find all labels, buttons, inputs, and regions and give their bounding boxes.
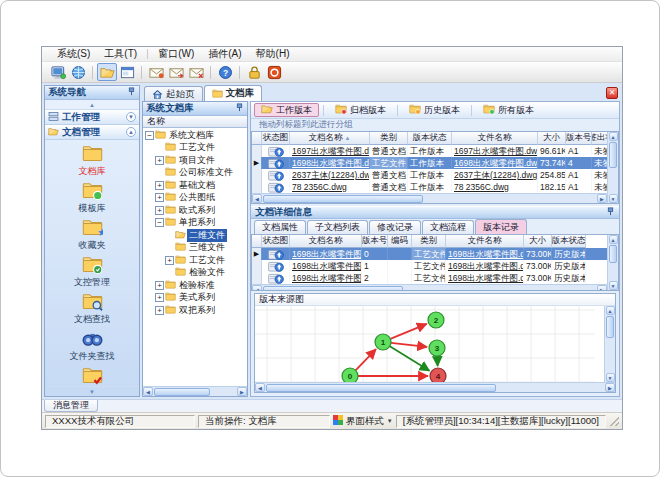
column-header-文档名称[interactable]: 文档名称▲ (290, 132, 370, 145)
table-row[interactable]: 1698出水嘴零件图.dwg1工艺文件1698出水嘴零件图.dwg73.00KB… (252, 260, 607, 272)
window-button[interactable] (117, 63, 137, 81)
sidebar-item-文件夹查找[interactable]: 文件夹查找 (48, 328, 136, 363)
expand-icon[interactable]: + (155, 156, 164, 165)
tree-node-工艺文件[interactable]: 工艺文件 (143, 142, 247, 155)
expand-icon[interactable]: + (155, 306, 164, 315)
mail-button[interactable] (146, 63, 166, 81)
resize-grip[interactable] (609, 416, 619, 426)
column-header-版本号[interactable]: 版本号 (566, 132, 592, 145)
ui-style-button[interactable]: 界面样式 ▼ (333, 415, 393, 428)
sidebar-item-文档查找[interactable]: 文档查找 (48, 291, 136, 326)
nav-scroll-up[interactable]: ▲ (45, 100, 139, 110)
sidebar-group-工作管理[interactable]: 工作管理▼ (45, 110, 139, 125)
close-icon[interactable]: ✕ (606, 87, 618, 99)
collapse-icon[interactable]: − (155, 218, 164, 227)
pin-icon[interactable] (127, 87, 136, 98)
document-table-hscrollbar[interactable]: ◀▶ (252, 193, 607, 203)
table-row[interactable]: 1698出水嘴零件图.dwg2工艺文件1698出水嘴零件图.dwg73.00KB… (252, 272, 607, 284)
version-table-vscrollbar[interactable]: ▲▼ (607, 235, 618, 290)
tree-node-二维文件[interactable]: 二维文件 (143, 229, 247, 242)
menu-item[interactable]: 帮助(H) (249, 47, 297, 61)
tab-文档库[interactable]: 文档库 (204, 85, 263, 101)
detail-tab-文档流程[interactable]: 文档流程 (422, 220, 474, 234)
tree-node-单把系列[interactable]: −单把系列 (143, 217, 247, 230)
version-filter-归档版本[interactable]: 归档版本 (328, 103, 393, 117)
column-header-文件名称[interactable]: 文件名称 (452, 132, 538, 145)
tab-起始页[interactable]: 起始页 (144, 86, 203, 101)
tree-column-header[interactable]: 名称 (143, 116, 247, 128)
tree-node-基础文档[interactable]: +基础文档 (143, 179, 247, 192)
help-button[interactable]: ? (215, 63, 235, 81)
graph-hscrollbar[interactable]: ◀▶ (255, 382, 615, 392)
column-header-编码[interactable]: 编码 (388, 235, 412, 248)
tree-node-检验标准[interactable]: +检验标准 (143, 279, 247, 292)
monitor-button[interactable] (48, 63, 68, 81)
detail-tab-版本记录[interactable]: 版本记录 (475, 219, 527, 234)
collapse-icon[interactable]: − (145, 131, 154, 140)
table-row[interactable]: ▶1698出水嘴零件图.dwg0工艺文件1698出水嘴零件图.dwg73.00K… (252, 248, 607, 260)
version-graph[interactable]: 01234 (255, 306, 604, 382)
nav-scroll-down[interactable]: ▼ (45, 386, 139, 396)
tree-node-三维文件[interactable]: 三维文件 (143, 242, 247, 255)
pin-icon[interactable] (235, 103, 244, 114)
column-header-状态图[interactable]: 状态图 (262, 132, 290, 145)
menu-item[interactable]: 系统(S) (50, 47, 97, 61)
mail-forward-button[interactable] (166, 63, 186, 81)
column-header-文件名称[interactable]: 文件名称 (446, 235, 524, 248)
column-header-状态图[interactable]: 状态图 (262, 235, 290, 248)
column-header-文档名称[interactable]: 文档名称 (290, 235, 362, 248)
column-header-类别[interactable]: 类别 (412, 235, 446, 248)
column-header-版本状态[interactable]: 版本状态 (408, 132, 452, 145)
expand-icon[interactable]: + (165, 256, 174, 265)
tree-node-欧式系列[interactable]: +欧式系列 (143, 204, 247, 217)
expand-icon[interactable]: + (155, 181, 164, 190)
sidebar-item-文档库[interactable]: 文档库 (48, 143, 136, 178)
sidebar-item-签出的文档[interactable]: 签出的文档 (48, 365, 136, 386)
column-header-版本状态[interactable]: 版本状态 (552, 235, 586, 248)
sidebar-item-收藏夹[interactable]: ★收藏夹 (48, 217, 136, 252)
tree-node-系统文档库[interactable]: −系统文档库 (143, 129, 247, 142)
expand-icon[interactable]: + (155, 281, 164, 290)
expand-icon[interactable]: + (155, 193, 164, 202)
tree-node-公共图纸[interactable]: +公共图纸 (143, 192, 247, 205)
column-header-大小[interactable]: 大小 (538, 132, 566, 145)
menu-item[interactable]: 工具(T) (97, 47, 144, 61)
sidebar-group-文档管理[interactable]: 文档管理▲ (45, 125, 139, 140)
tree-node-项目文件[interactable]: +项目文件 (143, 154, 247, 167)
column-header-类别[interactable]: 类别 (370, 132, 408, 145)
version-table-hscrollbar[interactable]: ◀▶ (252, 284, 607, 290)
document-table-vscrollbar[interactable]: ▲▼ (607, 132, 618, 203)
detail-tab-子文档列表[interactable]: 子文档列表 (307, 220, 368, 234)
chevron-up-icon[interactable]: ▲ (126, 127, 136, 137)
tree-node-公司标准文件[interactable]: 公司标准文件 (143, 167, 247, 180)
pin-icon[interactable] (606, 207, 615, 218)
sidebar-item-模板库[interactable]: 模板库 (48, 180, 136, 215)
sidebar-item-文控管理[interactable]: 文控管理 (48, 254, 136, 289)
detail-tab-文档属性[interactable]: 文档属性 (254, 220, 306, 234)
graph-vscrollbar[interactable]: ▲▼ (604, 306, 615, 382)
tree-node-工艺文件[interactable]: +工艺文件 (143, 254, 247, 267)
tree-node-美式系列[interactable]: +美式系列 (143, 292, 247, 305)
detail-tab-修改记录[interactable]: 修改记录 (369, 220, 421, 234)
table-row[interactable]: 2637主体(12284).dwg普通文档工作版本2637主体(12284).d… (252, 169, 607, 181)
expand-icon[interactable]: + (155, 206, 164, 215)
version-filter-历史版本[interactable]: 历史版本 (402, 103, 467, 117)
tree-hscrollbar[interactable]: ◀▶ (143, 386, 247, 396)
tree-node-双把系列[interactable]: +双把系列 (143, 304, 247, 317)
tree-node-检验文件[interactable]: 检验文件 (143, 267, 247, 280)
column-header-版本号[interactable]: 版本号 (362, 235, 388, 248)
table-row[interactable]: ▶1698出水嘴零件图.dwg工艺文件工作版本1698出水嘴零件图.dwg73.… (252, 157, 607, 169)
open-folder-button[interactable] (97, 63, 117, 81)
table-row[interactable]: 1697出水嘴零件图.dwg普通文档工作版本1697出水嘴零件图.dwg96.6… (252, 145, 607, 157)
power-button[interactable] (264, 63, 284, 81)
column-header-大小[interactable]: 大小 (524, 235, 552, 248)
globe-button[interactable] (68, 63, 88, 81)
mail-delete-button[interactable] (186, 63, 206, 81)
menu-item[interactable]: 插件(A) (201, 47, 248, 61)
lock-button[interactable] (244, 63, 264, 81)
chevron-down-icon[interactable]: ▼ (126, 112, 136, 122)
table-row[interactable]: 78 2356C.dwg普通文档工作版本78 2356C.dwg182.15KB… (252, 181, 607, 193)
version-filter-工作版本[interactable]: 工作版本 (254, 103, 319, 117)
column-header-签出状态[interactable]: 签出状态 (592, 132, 607, 145)
expand-icon[interactable]: + (155, 293, 164, 302)
